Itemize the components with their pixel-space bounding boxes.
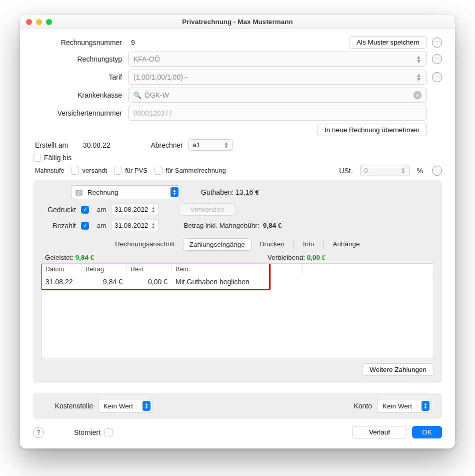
more-icon[interactable]: ⋯ xyxy=(432,166,442,176)
verbleibend-summary: Verbleibend: 0,00 € xyxy=(208,254,430,261)
label-tarif: Tarif xyxy=(33,73,128,81)
label-percent: % xyxy=(417,167,423,175)
label-bezahlt: Bezahlt xyxy=(41,222,76,230)
gedruckt-date-stepper[interactable]: 31.08.2022 ▲▼ xyxy=(111,204,159,215)
stepper-arrows-icon: ▲▼ xyxy=(152,222,156,229)
tab-zahlungseingaenge[interactable]: Zahlungseingänge xyxy=(183,238,252,251)
mahnstufe-badge: 0 xyxy=(76,190,82,196)
zoom-icon[interactable] xyxy=(46,19,52,25)
faellig-bis-checkbox[interactable] xyxy=(33,154,41,162)
more-icon[interactable]: ⋯ xyxy=(432,54,442,64)
label-faellig-bis: Fällig bis xyxy=(44,154,72,162)
ust-value: 0 xyxy=(364,167,368,174)
search-icon: 🔍 xyxy=(134,92,142,99)
versandt-checkbox[interactable] xyxy=(71,167,79,175)
mahnstufe-value: Rechnung xyxy=(88,189,118,196)
tarif-select[interactable]: (1,00/1,00/1,00) - ▲▼ xyxy=(128,70,427,85)
col-bem[interactable]: Bem. xyxy=(172,264,303,275)
help-icon[interactable]: ? xyxy=(33,427,44,438)
tab-info[interactable]: Info xyxy=(297,238,320,251)
label-rechnungsnummer: Rechnungsnummer xyxy=(33,39,128,47)
verwenden-button[interactable]: Verwenden xyxy=(179,203,236,216)
cell-datum: 31.08.22 xyxy=(42,275,82,288)
rechnungstyp-value: KFA-OÖ xyxy=(134,55,160,63)
label-fuer-pvs: für PVS xyxy=(125,167,148,174)
chevron-updown-icon xyxy=(170,187,178,197)
kostenstelle-value: Kein Wert xyxy=(104,402,133,410)
status-panel: 0 Rechnung Guthaben: 13,16 € Gedruckt ✓ … xyxy=(33,180,442,383)
label-krankenkasse: Krankenkasse xyxy=(33,91,128,99)
geleistet-summary: Geleistet: 9,84 € xyxy=(45,254,208,261)
label-am: am xyxy=(97,222,106,229)
value-erstellt-am: 30.08.22 xyxy=(83,141,133,149)
tab-rechnungsanschrift[interactable]: Rechnungsanschrift xyxy=(109,238,180,251)
als-muster-speichern-button[interactable]: Als Muster speichern xyxy=(349,36,427,49)
label-versandt: versandt xyxy=(82,167,107,174)
gedruckt-checkbox[interactable]: ✓ xyxy=(81,206,89,214)
ok-button[interactable]: OK xyxy=(412,426,442,438)
chevron-updown-icon xyxy=(142,401,150,411)
table-header: Datum Betrag Rest Bem. xyxy=(42,264,434,275)
minimize-icon[interactable] xyxy=(36,19,42,25)
versichertennr-input[interactable]: 0000120377 xyxy=(128,106,427,121)
label-guthaben: Guthaben: 13,16 € xyxy=(201,188,259,196)
chevron-updown-icon xyxy=(422,401,430,411)
abrechner-select[interactable]: a1 ▲▼ xyxy=(188,139,233,151)
konto-value: Kein Wert xyxy=(382,402,412,410)
chevron-updown-icon: ▲▼ xyxy=(224,142,228,149)
storniert-checkbox[interactable] xyxy=(104,428,112,436)
cell-rest: 0,00 € xyxy=(126,275,172,288)
table-row[interactable]: 31.08.22 9,84 € 0,00 € Mit Guthaben begl… xyxy=(42,275,434,288)
konto-select[interactable]: Kein Wert xyxy=(377,399,432,413)
abrechner-value: a1 xyxy=(192,141,200,149)
tab-anhaenge[interactable]: Anhänge xyxy=(327,238,366,251)
stepper-arrows-icon: ▲▼ xyxy=(152,206,156,213)
col-betrag[interactable]: Betrag xyxy=(82,264,126,275)
krankenkasse-search[interactable]: 🔍 ÖGK-W ✕ xyxy=(128,88,427,103)
weitere-zahlungen-button[interactable]: Weitere Zahlungen xyxy=(362,363,434,376)
cell-betrag: 9,84 € xyxy=(82,275,126,288)
mahnstufe-select[interactable]: 0 Rechnung xyxy=(71,185,181,199)
rechnungstyp-select[interactable]: KFA-OÖ ▲▼ xyxy=(128,52,427,67)
chevron-updown-icon: ▲▼ xyxy=(401,167,406,174)
ust-select[interactable]: 0 ▲▼ xyxy=(360,165,410,176)
more-icon[interactable]: ⋯ xyxy=(432,38,442,48)
close-icon[interactable] xyxy=(26,19,32,25)
tabbar: Rechnungsanschrift Zahlungseingänge Druc… xyxy=(41,238,434,251)
clear-icon[interactable]: ✕ xyxy=(414,91,422,99)
chevron-updown-icon: ▲▼ xyxy=(416,55,422,63)
bezahlt-checkbox[interactable]: ✓ xyxy=(81,222,89,230)
krankenkasse-value: ÖGK-W xyxy=(144,91,414,99)
kostenstelle-select[interactable]: Kein Wert xyxy=(98,399,153,413)
label-betrag-mahn: Betrag inkl. Mahngebühr: 9,84 € xyxy=(184,222,282,229)
titlebar: Privatrechnung - Max Mustermann xyxy=(20,15,455,29)
label-abrechner: Abrechner xyxy=(133,141,188,149)
label-konto: Konto xyxy=(354,402,377,410)
fuer-pvs-checkbox[interactable] xyxy=(114,167,122,175)
bezahlt-date-stepper[interactable]: 31.08.2022 ▲▼ xyxy=(111,220,159,231)
in-neue-rechnung-button[interactable]: In neue Rechnung übernehmen xyxy=(317,124,427,136)
col-datum[interactable]: Datum xyxy=(42,264,82,275)
label-erstellt-am: Erstellt am xyxy=(33,141,83,149)
fuer-sammel-checkbox[interactable] xyxy=(154,167,162,175)
label-rechnungstyp: Rechnungstyp xyxy=(33,55,128,63)
label-mahnstufe: Mahnstufe xyxy=(33,167,64,174)
zahlungen-table: Datum Betrag Rest Bem. 31.08.22 9,84 € 0… xyxy=(41,263,434,358)
chevron-updown-icon: ▲▼ xyxy=(416,73,422,81)
label-storniert: Storniert xyxy=(74,428,100,436)
col-rest[interactable]: Rest xyxy=(126,264,172,275)
gedruckt-date-value: 31.08.2022 xyxy=(114,206,148,213)
label-gedruckt: Gedruckt xyxy=(41,206,76,214)
label-versichertennr: Versichertennummer xyxy=(33,109,128,117)
tarif-value: (1,00/1,00/1,00) - xyxy=(134,73,187,81)
label-kostenstelle: Kostenstelle xyxy=(43,402,98,410)
bezahlt-date-value: 31.08.2022 xyxy=(114,222,148,229)
cell-bem: Mit Guthaben beglichen xyxy=(172,275,434,288)
more-icon[interactable]: ⋯ xyxy=(432,72,442,82)
label-ust: USt. xyxy=(339,167,352,175)
footer-panel: Kostenstelle Kein Wert Konto Kein Wert xyxy=(33,393,442,419)
label-fuer-sammel: für Sammelrechnung xyxy=(166,167,226,174)
tab-drucken[interactable]: Drucken xyxy=(254,238,290,251)
label-am: am xyxy=(97,206,106,213)
verlauf-button[interactable]: Verlauf xyxy=(352,426,407,438)
